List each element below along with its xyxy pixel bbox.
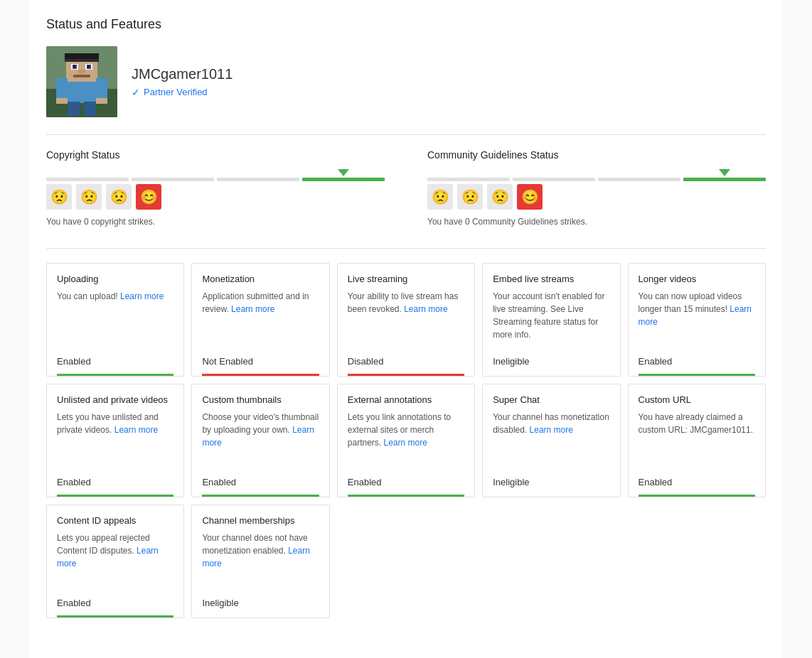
feature-title-3: Embed live streams	[493, 274, 609, 284]
community-smiley-1: 😟	[427, 184, 453, 210]
community-smileys: 😟 😟 😟 😊	[427, 184, 766, 210]
community-bar-3	[598, 178, 680, 181]
feature-card-1: Custom thumbnailsChoose your video's thu…	[191, 384, 329, 497]
svg-rect-10	[73, 65, 75, 68]
feature-card-1: MonetizationApplication submitted and in…	[191, 263, 329, 377]
community-status-block: Community Guidelines Status 😟 😟 😟 😊 You …	[427, 149, 766, 227]
feature-status-2: Disabled	[348, 349, 464, 376]
svg-rect-19	[96, 98, 107, 104]
feature-status-0: Enabled	[57, 349, 173, 376]
feature-title-1: Custom thumbnails	[202, 394, 319, 405]
community-smiley-2: 😟	[457, 184, 483, 210]
feature-card-0: UploadingYou can upload! Learn moreEnabl…	[46, 263, 184, 377]
community-arrow	[719, 169, 730, 176]
feature-card-4: Longer videosYou can now upload videos l…	[628, 263, 766, 377]
feature-status-3: Ineligible	[493, 470, 609, 497]
feature-title-4: Custom URL	[639, 394, 755, 405]
check-icon: ✓	[132, 87, 140, 98]
feature-title-2: Live streaming	[348, 274, 464, 284]
page-title: Status and Features	[46, 17, 766, 32]
feature-desc-1: Application submitted and in review. Lea…	[202, 290, 319, 349]
avatar	[46, 46, 117, 117]
feature-card-3: Super ChatYour channel has monetization …	[482, 384, 620, 497]
features-row-3: Content ID appealsLets you appeal reject…	[46, 505, 766, 618]
partner-badge: ✓ Partner Verified	[132, 87, 233, 98]
feature-desc-0: Lets you appeal rejected Content ID disp…	[57, 532, 173, 590]
partner-text: Partner Verified	[144, 87, 208, 97]
learn-more-link-4[interactable]: Learn more	[639, 304, 752, 327]
svg-rect-14	[56, 78, 68, 99]
learn-more-link-1[interactable]: Learn more	[202, 546, 309, 568]
feature-desc-0: Lets you have unlisted and private video…	[57, 411, 173, 470]
profile-section: JMCgamer1011 ✓ Partner Verified	[46, 46, 766, 117]
learn-more-link-1[interactable]: Learn more	[202, 425, 314, 448]
feature-desc-1: Your channel does not have monetization …	[202, 532, 319, 590]
copyright-status-text: You have 0 copyright strikes.	[46, 217, 385, 227]
community-bar-4	[683, 178, 766, 181]
svg-rect-16	[68, 102, 80, 116]
feature-desc-3: Your account isn't enabled for live stre…	[493, 290, 609, 349]
feature-title-4: Longer videos	[639, 274, 755, 284]
feature-status-1: Not Enabled	[202, 349, 319, 376]
community-bar-4-wrap	[683, 169, 766, 181]
feature-card-0: Unlisted and private videosLets you have…	[46, 384, 184, 497]
learn-more-link-3[interactable]: Learn more	[530, 425, 573, 435]
feature-status-2: Enabled	[348, 470, 464, 497]
feature-desc-0: You can upload! Learn more	[57, 290, 173, 349]
feature-card-4: Custom URLYou have already claimed a cus…	[628, 384, 766, 497]
feature-card-0: Content ID appealsLets you appeal reject…	[46, 505, 184, 618]
feature-status-0: Enabled	[57, 470, 173, 497]
feature-title-3: Super Chat	[493, 394, 609, 405]
svg-rect-17	[84, 102, 96, 116]
feature-title-0: Unlisted and private videos	[57, 394, 173, 405]
copyright-bar-2	[132, 178, 214, 181]
feature-status-3: Ineligible	[493, 349, 609, 376]
svg-rect-2	[68, 78, 96, 103]
features-row-2: Unlisted and private videosLets you have…	[46, 384, 766, 497]
copyright-bar-4	[302, 178, 385, 181]
feature-status-4: Enabled	[639, 470, 755, 497]
svg-rect-13	[73, 75, 90, 77]
feature-card-1: Channel membershipsYour channel does not…	[191, 505, 329, 618]
features-row-1: UploadingYou can upload! Learn moreEnabl…	[46, 263, 766, 377]
feature-desc-3: Your channel has monetization disabled. …	[493, 411, 609, 470]
community-smiley-4: 😊	[517, 184, 543, 210]
copyright-status-title: Copyright Status	[46, 149, 385, 161]
copyright-arrow	[338, 169, 349, 176]
feature-card-2: Live streamingYour ability to live strea…	[337, 263, 475, 377]
copyright-bar-3	[217, 178, 299, 181]
copyright-status-block: Copyright Status 😟 😟 😟 😊 You have 0 copy…	[46, 149, 385, 227]
community-status-text: You have 0 Community Guidelines strikes.	[427, 217, 766, 227]
channel-name: JMCgamer1011	[132, 66, 233, 82]
learn-more-link-0[interactable]: Learn more	[114, 425, 158, 435]
feature-desc-1: Choose your video's thumbnail by uploadi…	[202, 411, 319, 470]
feature-title-1: Channel memberships	[202, 515, 319, 526]
learn-more-link-2[interactable]: Learn more	[404, 304, 447, 314]
feature-card-2: External annotationsLets you link annota…	[337, 384, 475, 497]
feature-desc-2: Lets you link annotations to external si…	[348, 411, 464, 470]
learn-more-link-2[interactable]: Learn more	[384, 438, 427, 448]
feature-status-1: Ineligible	[202, 590, 319, 617]
community-status-title: Community Guidelines Status	[427, 149, 766, 161]
feature-card-3: Embed live streamsYour account isn't ena…	[482, 263, 620, 377]
feature-status-4: Enabled	[639, 349, 755, 376]
svg-rect-11	[87, 65, 90, 68]
community-bar-2	[513, 178, 595, 181]
learn-more-link-1[interactable]: Learn more	[231, 304, 274, 314]
feature-title-0: Uploading	[57, 274, 173, 284]
learn-more-link-0[interactable]: Learn more	[57, 546, 159, 568]
feature-title-1: Monetization	[202, 274, 319, 284]
svg-rect-18	[56, 98, 68, 104]
feature-status-1: Enabled	[202, 470, 319, 497]
svg-rect-5	[65, 53, 99, 59]
copyright-smileys: 😟 😟 😟 😊	[46, 184, 385, 210]
status-row: Copyright Status 😟 😟 😟 😊 You have 0 copy…	[46, 149, 766, 227]
divider-2	[46, 248, 766, 249]
copyright-smiley-2: 😟	[76, 184, 102, 210]
feature-title-2: External annotations	[348, 394, 464, 405]
copyright-bar-1	[46, 178, 129, 181]
learn-more-link-0[interactable]: Learn more	[120, 291, 164, 301]
feature-desc-4: You can now upload videos longer than 15…	[639, 290, 755, 349]
profile-info: JMCgamer1011 ✓ Partner Verified	[132, 66, 233, 98]
copyright-smiley-4: 😊	[136, 184, 161, 210]
